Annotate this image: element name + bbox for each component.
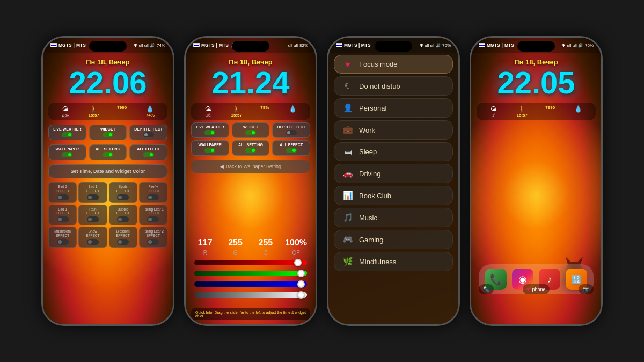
driving-item[interactable]: 🚗 Driving <box>334 164 453 183</box>
mushroom-effect[interactable]: MushroomEFFECT <box>48 227 77 248</box>
phone2-widget-row: 🌤 Об. 🚶 15:57 79% 💧 <box>191 103 310 120</box>
r-slider[interactable] <box>194 260 307 265</box>
p4-widget-2: 🚶 15:57 <box>509 105 536 118</box>
music-icon: 🎵 <box>342 213 354 222</box>
phone4-content: Пн 18, Вечер 22.05 🌤 1° 🚶 15:57 7990 💧 📞 <box>471 38 601 324</box>
personal-item[interactable]: 👤 Personal <box>334 98 453 118</box>
phone2-btn-row1: LIVE WEATHER WIDGET DEPTH EFFECT <box>191 122 310 138</box>
phone1-effects-grid: Bird 2EFFECT Bird 1EFFECT SpotsEFFECT Fi… <box>48 182 167 248</box>
phone1-widget-row: 🌤 Дож 🚶 15:57 7990 💧 74% <box>48 103 167 120</box>
focus-mode-btn[interactable]: ♥ phone <box>523 284 550 294</box>
r-slider-thumb[interactable] <box>294 259 302 266</box>
phone1-carrier: MGTS | MTS <box>50 42 86 48</box>
falling-leaf1-effect[interactable]: Falling Leaf 1EFFECT <box>139 205 167 226</box>
music-item[interactable]: 🎵 Music <box>334 208 453 227</box>
wallpaper-toggle[interactable] <box>62 152 72 157</box>
phone-1: MGTS | MTS ✱ ull ull 🔊 74% Пн 18, Вечер … <box>41 36 174 326</box>
do-not-disturb-item[interactable]: ☾ Do not distub <box>334 76 453 96</box>
r-slider-row <box>194 260 307 265</box>
spots-effect[interactable]: SpotsEFFECT <box>109 182 137 203</box>
phone2-btn-row2: WALLPAPER ALL SETTING ALL EFFECT <box>191 140 310 156</box>
bed-icon: 🛏 <box>342 147 354 156</box>
phone3-notch <box>375 41 412 52</box>
rgb-values: 117 255 255 100% <box>194 238 307 248</box>
p4-widget-3: 7990 <box>537 105 564 118</box>
depth-effect-btn[interactable]: DEPTH EFFECT <box>129 125 167 140</box>
widget-item-3: 7990 <box>109 105 135 118</box>
bubble-effect[interactable]: BubbleEFFECT <box>109 205 137 226</box>
g-slider[interactable] <box>194 271 307 276</box>
person-icon: 👤 <box>342 103 354 113</box>
phone2-content: Пн 18, Вечер 21.24 🌤 Об. 🚶 15:57 79% 💧 L… <box>186 38 316 324</box>
set-time-btn[interactable]: Set Time, Date and Widget Color <box>48 164 167 178</box>
focus-list: ♥ Focus mode ☾ Do not distub 👤 Personal … <box>328 38 458 277</box>
phone1-content: Пн 18, Вечер 22.06 🌤 Дож 🚶 15:57 7990 💧 … <box>43 38 173 324</box>
widget-item-4: 💧 74% <box>137 105 164 118</box>
books-icon: 📊 <box>342 191 354 200</box>
bird1b-effect[interactable]: Bird 1EFFECT <box>48 205 77 226</box>
gaming-item[interactable]: 🎮 Gaming <box>334 230 453 249</box>
widget-toggle[interactable] <box>103 132 113 137</box>
sleep-item[interactable]: 🛏 Sleep <box>334 142 453 161</box>
phone2-time: 21.24 <box>186 67 316 98</box>
focus-mode-item[interactable]: ♥ Focus mode <box>334 55 453 74</box>
briefcase-icon: 💼 <box>342 125 354 135</box>
p2-wallpaper-btn[interactable]: WALLPAPER <box>191 140 229 156</box>
all-effect-btn[interactable]: ALL EFFECT <box>129 144 167 160</box>
snow-effect[interactable]: SnowEFFECT <box>78 227 107 248</box>
rain-effect[interactable]: RainEFFECT <box>78 205 107 226</box>
phone2-battery: ull ull 82% <box>288 43 308 48</box>
wallpaper-btn[interactable]: WALLPAPER <box>48 144 86 160</box>
all-setting-toggle[interactable] <box>103 152 113 157</box>
flashlight-btn[interactable]: 🔦 <box>479 284 494 294</box>
all-effect-toggle[interactable] <box>143 152 154 157</box>
g-slider-thumb[interactable] <box>297 270 305 277</box>
b-slider-row <box>194 281 307 287</box>
p4-widget-4: 💧 <box>566 105 592 118</box>
live-weather-toggle[interactable] <box>62 132 72 137</box>
depth-toggle[interactable] <box>143 132 154 137</box>
op-slider[interactable] <box>194 292 307 298</box>
phone3-content: ♥ Focus mode ☾ Do not distub 👤 Personal … <box>328 38 458 324</box>
work-item[interactable]: 💼 Work <box>334 120 453 140</box>
phone4-battery: ✱ ull ull 🔊 76% <box>562 43 594 48</box>
bird1-effect[interactable]: Bird 1EFFECT <box>78 182 107 203</box>
phone4-time: 22.05 <box>471 67 601 98</box>
p2-depth-btn[interactable]: DEPTH EFFECT <box>272 122 310 138</box>
live-weather-btn[interactable]: LIVE WEATHER <box>48 125 86 140</box>
camera-btn[interactable]: 📷 <box>579 284 594 294</box>
widget-item-2: 🚶 15:57 <box>81 105 107 118</box>
bird2-effect[interactable]: Bird 2EFFECT <box>48 182 77 203</box>
p2-widget-2: 🚶 15:57 <box>224 105 250 118</box>
book-club-item[interactable]: 📊 Book Club <box>334 186 453 205</box>
phone4-flag <box>479 43 485 47</box>
back-to-wallpaper-btn[interactable]: ◀ Back to Wallpaper Setting <box>191 160 310 173</box>
p2-all-effect-btn[interactable]: ALL EFFECT <box>272 140 310 156</box>
widget-btn[interactable]: WIDGET <box>89 125 127 140</box>
p2-all-setting-btn[interactable]: ALL SETTING <box>232 140 270 156</box>
firefly-effect[interactable]: FireflyEFFECT <box>139 182 167 203</box>
falling-leaf2-effect[interactable]: Falling Leaf 2EFFECT <box>139 227 167 248</box>
phone1-battery: ✱ ull ull 🔊 74% <box>134 43 165 48</box>
phone2-flag <box>193 43 200 47</box>
phone1-btn-row1: LIVE WEATHER WIDGET DEPTH EFFECT <box>48 125 167 140</box>
rgb-labels: R G B OP <box>194 250 307 256</box>
mindfulness-item[interactable]: 🌿 Mindfulness <box>334 252 453 271</box>
blossom-effect[interactable]: BlossomEFFECT <box>109 227 137 248</box>
phone-2: MGTS | MTS 🎵 Танцы Но ull ull 82% Пн 18,… <box>184 36 317 326</box>
moon-icon: ☾ <box>342 81 354 91</box>
heart-icon: ♥ <box>342 60 354 69</box>
p2-widget-3: 79% <box>252 105 278 118</box>
phone1-notch <box>89 41 127 52</box>
op-slider-thumb[interactable] <box>297 291 305 299</box>
b-slider[interactable] <box>194 281 307 287</box>
phone-3: MGTS | MTS ✱ ull ull 🔊 76% ♥ Focus mode … <box>327 36 460 326</box>
b-slider-thumb[interactable] <box>297 280 305 288</box>
p2-live-weather-btn[interactable]: LIVE WEATHER <box>191 122 229 138</box>
flashlight-icon: 🔦 <box>483 286 489 292</box>
all-setting-btn[interactable]: ALL SETTING <box>89 144 127 160</box>
phone4-widget-row: 🌤 1° 🚶 15:57 7990 💧 <box>477 103 596 120</box>
p2-widget-btn[interactable]: WIDGET <box>232 122 270 138</box>
phone1-time: 22.06 <box>43 67 173 98</box>
bottom-bar: 🔦 ♥ phone 📷 <box>479 284 594 294</box>
